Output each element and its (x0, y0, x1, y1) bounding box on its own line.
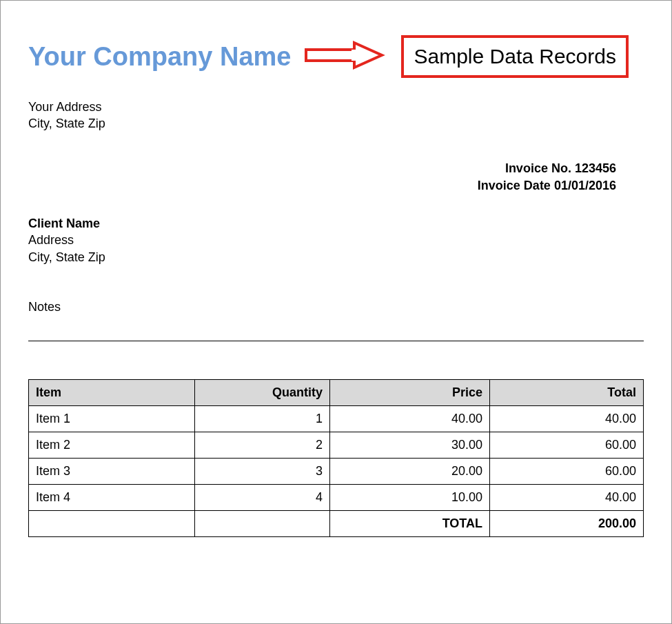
header-row: Your Company Name Sample Data Records (28, 35, 644, 78)
table-header-row: Item Quantity Price Total (29, 379, 644, 405)
cell-price: 40.00 (330, 405, 490, 432)
company-name: Your Company Name (28, 42, 291, 72)
company-address: Your Address City, State Zip (28, 99, 644, 132)
invoice-page: Your Company Name Sample Data Records Yo… (1, 1, 671, 565)
table-row: Item 1 1 40.00 40.00 (29, 405, 644, 432)
cell-price: 20.00 (330, 458, 490, 484)
svg-rect-0 (306, 50, 354, 61)
cell-item: Item 1 (29, 405, 195, 432)
cell-quantity: 1 (194, 405, 329, 432)
total-label: TOTAL (330, 510, 490, 536)
col-quantity: Quantity (194, 379, 329, 405)
svg-marker-1 (354, 43, 382, 68)
company-address-line1: Your Address (28, 99, 644, 115)
client-address-line2: City, State Zip (28, 249, 644, 265)
invoice-table: Item Quantity Price Total Item 1 1 40.00… (28, 379, 644, 537)
client-address-line1: Address (28, 232, 644, 248)
cell-price: 30.00 (330, 432, 490, 458)
table-total-row: TOTAL 200.00 (29, 510, 644, 536)
invoice-date-value: 01/01/2016 (554, 179, 616, 192)
table-row: Item 4 4 10.00 40.00 (29, 484, 644, 510)
invoice-number-value: 123456 (575, 161, 616, 175)
cell-quantity: 2 (194, 432, 329, 458)
divider (28, 341, 644, 341)
client-block: Client Name Address City, State Zip (28, 215, 644, 265)
col-item: Item (29, 379, 195, 405)
cell-quantity: 4 (194, 484, 329, 510)
invoice-date-line: Invoice Date 01/01/2016 (28, 177, 616, 194)
client-name: Client Name (28, 215, 644, 232)
table-row: Item 2 2 30.00 60.00 (29, 432, 644, 458)
invoice-number-line: Invoice No. 123456 (28, 160, 616, 177)
company-address-line2: City, State Zip (28, 115, 644, 132)
total-empty-2 (194, 510, 329, 536)
cell-item: Item 2 (29, 432, 195, 458)
svg-rect-2 (352, 50, 357, 61)
table-body: Item 1 1 40.00 40.00 Item 2 2 30.00 60.0… (29, 405, 644, 536)
cell-total: 60.00 (489, 458, 643, 484)
total-value: 200.00 (489, 510, 643, 536)
notes-label: Notes (28, 300, 644, 314)
cell-total: 40.00 (489, 405, 643, 432)
cell-quantity: 3 (194, 458, 329, 484)
total-empty-1 (29, 510, 195, 536)
invoice-number-label: Invoice No. (505, 161, 571, 175)
invoice-date-label: Invoice Date (478, 179, 551, 192)
cell-total: 60.00 (489, 432, 643, 458)
table-row: Item 3 3 20.00 60.00 (29, 458, 644, 484)
callout-box: Sample Data Records (401, 35, 628, 78)
cell-item: Item 3 (29, 458, 195, 484)
arrow-right-icon (305, 40, 387, 73)
cell-item: Item 4 (29, 484, 195, 510)
invoice-meta: Invoice No. 123456 Invoice Date 01/01/20… (28, 160, 616, 194)
col-price: Price (330, 379, 490, 405)
cell-total: 40.00 (489, 484, 643, 510)
col-total: Total (489, 379, 643, 405)
cell-price: 10.00 (330, 484, 490, 510)
